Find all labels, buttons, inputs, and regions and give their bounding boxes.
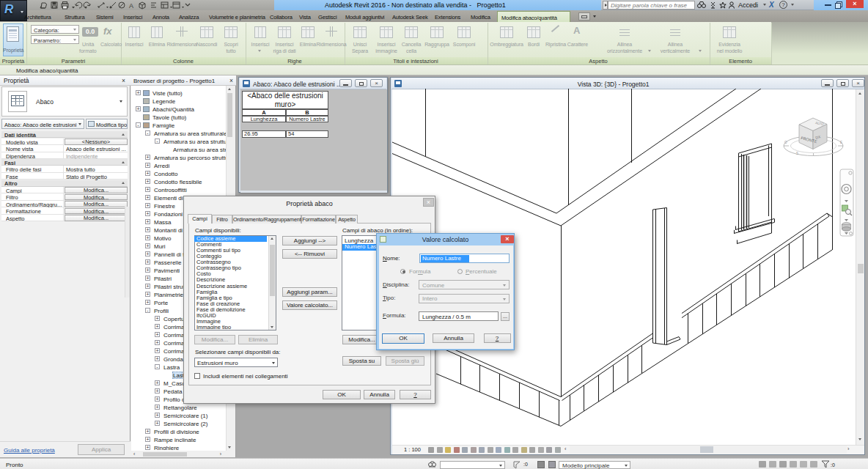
svg-text:O: O — [784, 141, 787, 144]
svg-text:E: E — [840, 141, 842, 144]
svg-text:S: S — [796, 152, 798, 155]
